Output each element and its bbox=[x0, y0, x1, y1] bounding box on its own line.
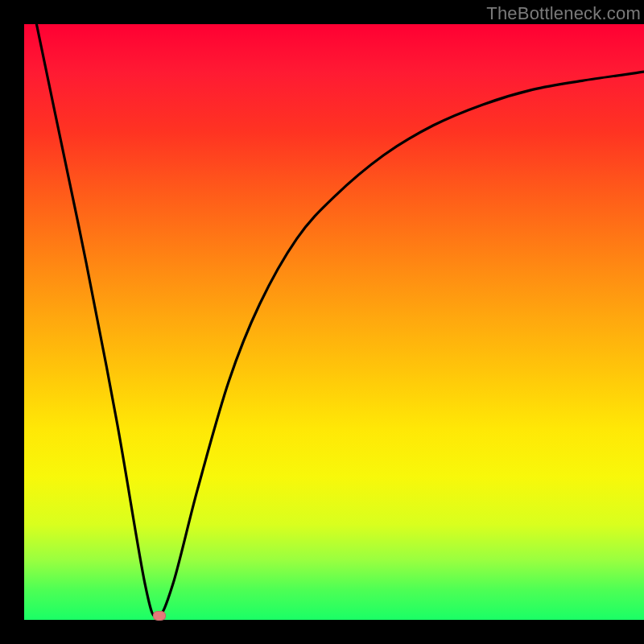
optimum-marker bbox=[153, 611, 166, 621]
plot-area bbox=[24, 24, 644, 620]
watermark-text: TheBottleneck.com bbox=[486, 3, 641, 24]
chart-frame: TheBottleneck.com bbox=[0, 0, 644, 644]
bottleneck-curve bbox=[36, 24, 644, 617]
curve-svg bbox=[24, 24, 644, 620]
